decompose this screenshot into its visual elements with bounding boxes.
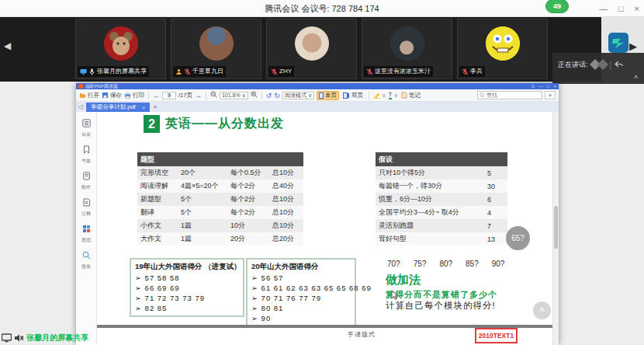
single-page-icon — [319, 92, 324, 99]
minimize-button[interactable]: — — [599, 4, 608, 13]
score-box-title: 19年山大外国语得分 （进复试） — [135, 262, 239, 272]
slide-title: 英语——从分数出发 — [165, 116, 284, 132]
table-cell: 只对10个得5分 — [376, 166, 484, 179]
arrow-bullet-icon: ➢ — [251, 304, 258, 312]
sidebar-item-label: 发现 — [81, 237, 91, 244]
sidebar-item-目录[interactable]: 目录 — [81, 117, 91, 138]
pdf-search-box[interactable] — [477, 91, 542, 99]
maximize-button[interactable]: □ — [618, 4, 624, 13]
zoom-in-icon[interactable] — [251, 91, 258, 99]
view-mode-select[interactable]: 阅读模式∨ — [282, 92, 314, 99]
foxit-app-icon[interactable] — [608, 33, 628, 53]
table-row: 大作文1篇20分总20分 — [137, 232, 303, 246]
speaking-toast: 正在讲话: | ^ — [552, 53, 644, 84]
sidebar-item-发现[interactable]: 发现 — [81, 222, 91, 244]
underline-button[interactable]: T ∨ — [389, 92, 398, 99]
save-button[interactable]: 保存 — [102, 92, 122, 99]
print-button[interactable]: 打印 — [124, 92, 144, 99]
table-row: 翻译5个每个2分总10分 — [137, 206, 303, 219]
participant-name: 李兵 — [470, 67, 483, 76]
table-row: 背好句型13 — [376, 232, 507, 246]
open-button[interactable]: 打开 — [79, 92, 99, 99]
table-row: 完形填空20个每个0.5分总10分 — [137, 166, 303, 179]
participant-tile[interactable]: 这里没有浓浓玉米汁 — [362, 19, 452, 79]
page-total-label: /17页 — [178, 92, 192, 99]
next-page-icon[interactable]: → — [195, 92, 202, 99]
table-header-cell — [269, 152, 303, 166]
search-icon — [480, 92, 485, 98]
score-box-title: 20年山大外国语得分 — [251, 262, 351, 272]
page-number-input[interactable] — [162, 92, 176, 99]
bookmark-icon — [82, 143, 91, 157]
reply-arrow-icon[interactable] — [615, 57, 623, 71]
sidebar-item-附件[interactable]: 附件 — [81, 169, 91, 191]
table-cell: 总10分 — [269, 166, 303, 179]
zoom-level-select[interactable]: 101.8%∨ — [220, 92, 248, 99]
highlighter-button[interactable]: ∨ — [373, 92, 386, 99]
pdf-scrollbar[interactable] — [552, 112, 559, 345]
pdf-close-button[interactable]: × — [553, 83, 556, 89]
participant-avatar — [390, 26, 424, 61]
pdf-scrollbar-thumb[interactable] — [554, 206, 558, 249]
pdf-titlebar: 福昕PDF阅读器 ≡ — □ × — [76, 83, 559, 89]
close-button[interactable]: × — [635, 4, 639, 13]
type-table: 题型完形填空20个每个0.5分总10分阅读理解4篇×5=20个每个2分总40分新… — [137, 152, 303, 246]
pdf-minimize-button[interactable]: — — [538, 83, 543, 89]
pdf-tabbar: ◁ 学霸分享计划.pdf × + — [76, 102, 559, 112]
document-tab[interactable]: 学霸分享计划.pdf × — [86, 103, 150, 112]
prev-page-icon[interactable]: ← — [153, 92, 160, 99]
strip-scroll-left-icon[interactable]: ◀ — [4, 40, 11, 51]
table-cell: 1篇 — [178, 232, 227, 246]
note-button[interactable]: 笔记 — [400, 92, 421, 99]
scroll-to-top-button[interactable]: ^ — [533, 301, 551, 319]
search-icon — [82, 249, 91, 263]
table-cell: 4篇×5=20个 — [178, 179, 227, 193]
score-line: ➢ 71 72 73 73 79 — [135, 293, 239, 303]
apps-icon — [82, 222, 91, 236]
rotate-right-icon[interactable]: ↻ — [274, 92, 280, 99]
mic-muted-icon — [366, 68, 373, 75]
comment-icon — [82, 196, 91, 210]
arrow-bullet-icon: ➢ — [135, 304, 142, 312]
mic-muted-icon — [462, 68, 469, 75]
table-row: 新题型5个每个2分总10分 — [137, 193, 303, 206]
sidebar-item-label: 注释 — [81, 211, 91, 218]
scores-2019-box: 19年山大外国语得分 （进复试）➢ 57 58 58➢ 66 69 69➢ 71… — [130, 258, 244, 317]
search-options-dropdown[interactable]: ▾ — [545, 91, 556, 99]
sidebar-item-书签[interactable]: 书签 — [81, 143, 91, 165]
sidebar-item-注释[interactable]: 注释 — [81, 196, 91, 218]
tab-close-icon[interactable]: × — [142, 104, 146, 111]
strip-collapse-icon[interactable]: ^ — [634, 75, 638, 83]
participant-avatar — [295, 26, 329, 61]
table-cell: 1篇 — [178, 219, 227, 232]
meeting-titlebar: 腾讯会议 会议号: 728 784 174 49 — □ × — [0, 0, 644, 17]
single-page-button[interactable]: 单页 — [317, 91, 339, 100]
participant-tile[interactable]: 千里草九日 — [171, 19, 261, 79]
sidebar-item-label: 附件 — [81, 184, 91, 191]
zoom-out-icon[interactable] — [210, 91, 217, 99]
sidebar-item-搜索[interactable]: 搜索 — [81, 249, 91, 270]
participant-tile[interactable]: 李兵 — [457, 19, 548, 79]
table-cell: 总20分 — [269, 232, 303, 246]
tab-scroll-left-icon[interactable]: ◁ — [78, 103, 83, 112]
unread-count-badge[interactable]: 49 — [545, 0, 569, 13]
participant-tile[interactable]: 张馨月的屏幕共享 — [75, 19, 166, 79]
pdf-menu-icon[interactable]: ≡ — [531, 83, 535, 89]
participant-tile[interactable]: ZHY — [266, 19, 357, 79]
new-tab-button[interactable]: + — [153, 103, 157, 112]
pdf-maximize-button[interactable]: □ — [547, 83, 550, 89]
double-page-button[interactable]: 双页 — [341, 91, 365, 100]
table-cell: 阅读理解 — [137, 179, 178, 193]
pdf-toolbar: 打开 保存 打印 ← /17页 → 101.8%∨ — [76, 89, 559, 102]
participant-name-badge: 这里没有浓浓玉米汁 — [364, 66, 433, 77]
score-line: ➢ 90 — [251, 313, 351, 323]
arrow-bullet-icon: ➢ — [251, 274, 258, 282]
section-number: 2 — [144, 115, 160, 133]
method-title: 做加法 — [386, 273, 421, 288]
pdf-search-input[interactable] — [486, 92, 536, 98]
mic-on-icon — [88, 68, 95, 75]
rotate-left-icon[interactable]: ↺ — [266, 92, 272, 99]
target-score: 90? — [492, 260, 505, 268]
screen-share-banner: 张馨月的屏幕共享 — [2, 333, 88, 343]
strip-scroll-right-icon[interactable]: ▶ — [629, 40, 637, 52]
